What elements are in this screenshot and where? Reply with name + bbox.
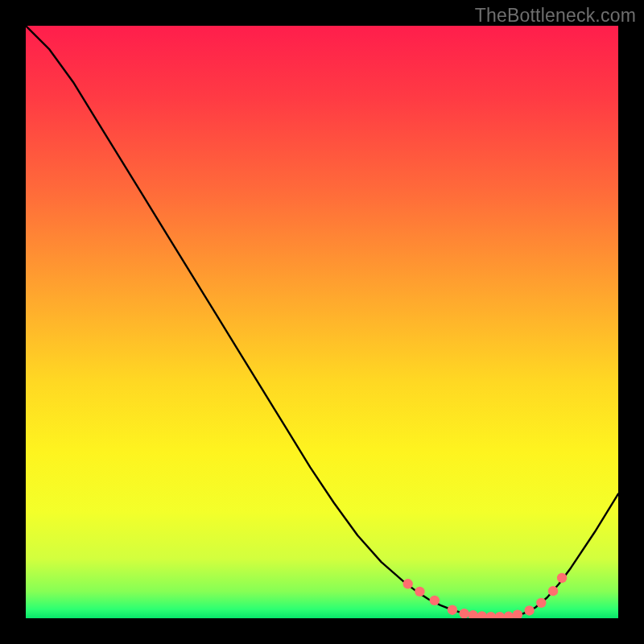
plot-area bbox=[26, 26, 618, 618]
marker-dot bbox=[415, 587, 424, 597]
gradient-background bbox=[26, 26, 618, 618]
chart-frame: TheBottleneck.com bbox=[0, 0, 644, 644]
marker-dot bbox=[448, 605, 457, 615]
marker-dot bbox=[403, 579, 413, 588]
watermark-text: TheBottleneck.com bbox=[475, 5, 636, 27]
marker-dot bbox=[430, 596, 440, 605]
marker-dot bbox=[548, 586, 558, 596]
marker-dot bbox=[459, 609, 469, 618]
marker-dot bbox=[536, 598, 546, 608]
chart-svg bbox=[26, 26, 618, 618]
marker-dot bbox=[557, 573, 567, 583]
marker-dot bbox=[524, 605, 534, 615]
